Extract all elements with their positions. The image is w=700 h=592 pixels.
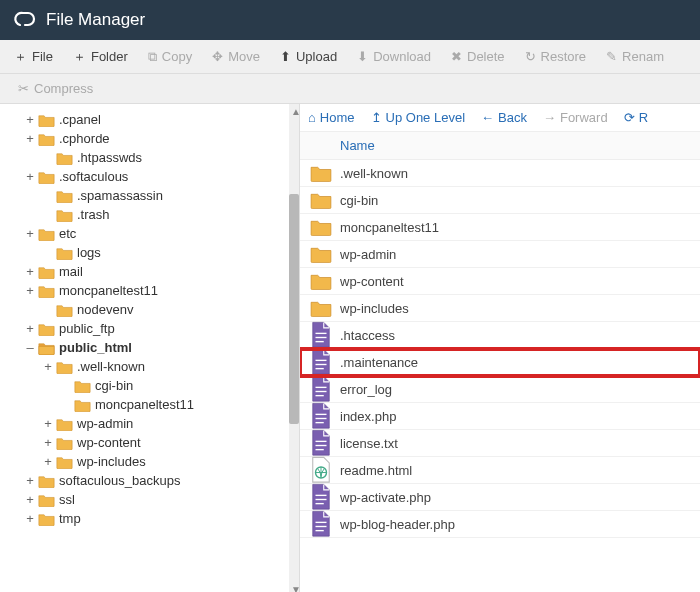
tree-item[interactable]: .trash	[0, 205, 295, 224]
folder-icon	[56, 208, 73, 222]
tree-item[interactable]: +softaculous_backups	[0, 471, 295, 490]
file-icon	[310, 488, 332, 506]
file-row[interactable]: wp-blog-header.php	[300, 511, 700, 538]
scroll-down-icon[interactable]: ▼	[291, 584, 297, 590]
tree-toggle-icon[interactable]: +	[42, 359, 54, 374]
scroll-up-icon[interactable]: ▲	[291, 106, 297, 112]
file-row[interactable]: .htaccess	[300, 322, 700, 349]
tree-toggle-icon[interactable]: +	[42, 416, 54, 431]
file-row[interactable]: wp-activate.php	[300, 484, 700, 511]
tree-item[interactable]: moncpaneltest11	[0, 395, 295, 414]
tree-item[interactable]: +ssl	[0, 490, 295, 509]
file-row[interactable]: wp-content	[300, 268, 700, 295]
tree-item[interactable]: .spamassassin	[0, 186, 295, 205]
file-row[interactable]: .well-known	[300, 160, 700, 187]
tree-item[interactable]: +.cpanel	[0, 110, 295, 129]
file-name: index.php	[340, 409, 396, 424]
tree-item[interactable]: +wp-content	[0, 433, 295, 452]
tree-toggle-icon[interactable]: –	[24, 340, 36, 355]
restore-button[interactable]: ↻Restore	[517, 45, 595, 68]
move-button[interactable]: ✥Move	[204, 45, 268, 68]
tree-toggle-icon[interactable]: +	[24, 321, 36, 336]
folder-icon	[38, 322, 55, 336]
nav-forward[interactable]: →Forward	[543, 110, 608, 125]
tree-item[interactable]: +.cphorde	[0, 129, 295, 148]
file-row[interactable]: error_log	[300, 376, 700, 403]
tree-item[interactable]: +moncpaneltest11	[0, 281, 295, 300]
tree-label: .trash	[77, 207, 110, 222]
tree-label: logs	[77, 245, 101, 260]
file-row[interactable]: index.php	[300, 403, 700, 430]
tree-toggle-icon[interactable]: +	[24, 264, 36, 279]
toolbar-row2: ✂Compress	[0, 74, 700, 104]
tree-label: public_html	[59, 340, 132, 355]
tree-toggle-icon[interactable]: +	[24, 112, 36, 127]
cpanel-logo-icon	[12, 7, 46, 34]
file-row[interactable]: readme.html	[300, 457, 700, 484]
file-row-highlighted[interactable]: .maintenance	[300, 349, 700, 376]
file-row[interactable]: cgi-bin	[300, 187, 700, 214]
file-row[interactable]: wp-includes	[300, 295, 700, 322]
rename-button[interactable]: ✎Renam	[598, 45, 672, 68]
folder-icon	[56, 360, 73, 374]
delete-button[interactable]: ✖Delete	[443, 45, 513, 68]
download-icon: ⬇	[357, 49, 368, 64]
compress-button[interactable]: ✂Compress	[10, 77, 101, 100]
file-name: readme.html	[340, 463, 412, 478]
forward-icon: →	[543, 110, 556, 125]
tree-item[interactable]: logs	[0, 243, 295, 262]
folder-icon	[38, 493, 55, 507]
nav-back[interactable]: ←Back	[481, 110, 527, 125]
folder-icon	[310, 272, 332, 290]
folder-icon	[38, 170, 55, 184]
folder-icon	[38, 284, 55, 298]
tree-label: wp-includes	[77, 454, 146, 469]
tree-label: mail	[59, 264, 83, 279]
file-row[interactable]: moncpaneltest11	[300, 214, 700, 241]
plus-icon: ＋	[73, 48, 86, 66]
tree-item[interactable]: +etc	[0, 224, 295, 243]
tree-label: .htpasswds	[77, 150, 142, 165]
app-header: File Manager	[0, 0, 700, 40]
tree-toggle-icon[interactable]: +	[42, 435, 54, 450]
tree-item[interactable]: –public_html	[0, 338, 295, 357]
tree-item[interactable]: nodevenv	[0, 300, 295, 319]
tree-item[interactable]: +.well-known	[0, 357, 295, 376]
copy-button[interactable]: ⧉Copy	[140, 45, 200, 69]
tree-toggle-icon[interactable]: +	[24, 169, 36, 184]
tree-toggle-icon[interactable]: +	[24, 473, 36, 488]
nav-reload[interactable]: ⟳R	[624, 110, 648, 125]
file-icon	[310, 461, 332, 479]
nav-home[interactable]: ⌂Home	[308, 110, 355, 125]
tree-item[interactable]: .htpasswds	[0, 148, 295, 167]
new-file-button[interactable]: ＋File	[6, 44, 61, 70]
tree-item[interactable]: cgi-bin	[0, 376, 295, 395]
file-row[interactable]: license.txt	[300, 430, 700, 457]
tree-toggle-icon[interactable]: +	[24, 492, 36, 507]
tree-toggle-icon[interactable]: +	[24, 283, 36, 298]
folder-icon	[38, 512, 55, 526]
column-header-name[interactable]: Name	[300, 132, 700, 160]
tree-label: .cpanel	[59, 112, 101, 127]
tree-toggle-icon[interactable]: +	[24, 226, 36, 241]
tree-item[interactable]: +tmp	[0, 509, 295, 528]
tree-item[interactable]: +wp-admin	[0, 414, 295, 433]
plus-icon: ＋	[14, 48, 27, 66]
file-row[interactable]: wp-admin	[300, 241, 700, 268]
tree-toggle-icon[interactable]: +	[24, 131, 36, 146]
file-icon	[310, 515, 332, 533]
tree-label: softaculous_backups	[59, 473, 180, 488]
upload-button[interactable]: ⬆Upload	[272, 45, 345, 68]
tree-label: public_ftp	[59, 321, 115, 336]
tree-item[interactable]: +wp-includes	[0, 452, 295, 471]
tree-item[interactable]: +public_ftp	[0, 319, 295, 338]
download-button[interactable]: ⬇Download	[349, 45, 439, 68]
new-folder-button[interactable]: ＋Folder	[65, 44, 136, 70]
tree-item[interactable]: +mail	[0, 262, 295, 281]
nav-up[interactable]: ↥Up One Level	[371, 110, 466, 125]
tree-toggle-icon[interactable]: +	[42, 454, 54, 469]
scrollbar-thumb[interactable]	[289, 194, 299, 424]
rename-icon: ✎	[606, 49, 617, 64]
tree-toggle-icon[interactable]: +	[24, 511, 36, 526]
tree-item[interactable]: +.softaculous	[0, 167, 295, 186]
